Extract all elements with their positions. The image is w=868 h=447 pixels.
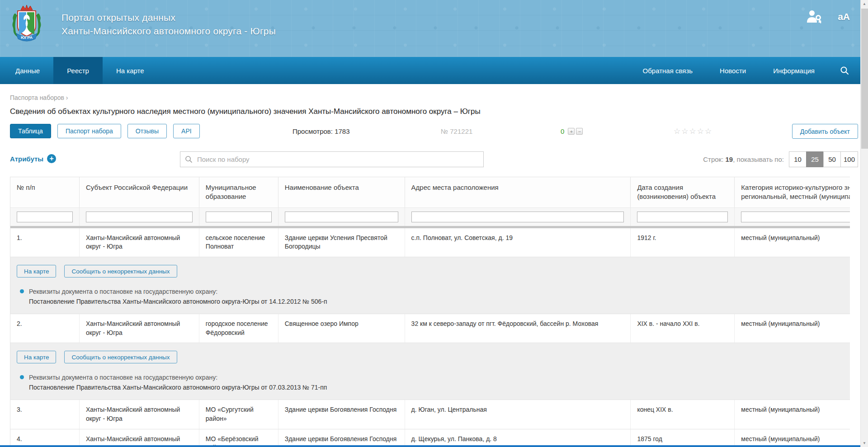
search-input[interactable] xyxy=(196,155,479,164)
tab-passport[interactable]: Паспорт набора xyxy=(57,124,121,138)
cell-date: 1912 г. xyxy=(631,228,735,257)
scroll-up-arrow[interactable]: ▲ xyxy=(861,0,868,8)
site-title: Портал открытых данных Ханты-Мансийского… xyxy=(61,11,276,38)
dataset-search xyxy=(180,151,484,167)
cell-address: д. Юган, ул. Центральная xyxy=(405,400,631,429)
search-icon xyxy=(185,155,193,163)
attributes-control[interactable]: Атрибуты + xyxy=(10,154,56,163)
add-object-button[interactable]: Добавить объект xyxy=(792,124,858,139)
cell-subject: Ханты-Мансийский автономный округ - Югра xyxy=(80,314,199,343)
font-size-control[interactable]: аА xyxy=(838,11,850,22)
column-filter-input[interactable] xyxy=(411,212,624,222)
column-header[interactable]: Наименование объекта xyxy=(278,177,405,207)
bullet-icon xyxy=(20,375,24,379)
cell-num: 2. xyxy=(10,314,80,343)
vote-down-button[interactable]: − xyxy=(576,128,583,135)
page-size-100[interactable]: 100 xyxy=(840,151,858,167)
cell-municipality: городское поселение Фёдоровский xyxy=(199,314,278,343)
cell-address: д. Щекурья, ул. Панкова, д. 8 xyxy=(405,429,631,447)
nav-item-news[interactable]: Новости xyxy=(706,57,760,84)
attributes-label: Атрибуты xyxy=(10,155,43,163)
tab-table[interactable]: Таблица xyxy=(10,124,51,138)
map-button[interactable]: На карте xyxy=(17,265,56,278)
table-toolbar: Атрибуты + Строк: 19, показывать по: 10 … xyxy=(10,151,858,168)
cell-num: 1. xyxy=(10,228,80,257)
cell-category: местный (муниципальный) xyxy=(735,314,850,343)
row-details: На карте Сообщить о некорректных данных … xyxy=(10,343,850,400)
column-filter-input[interactable] xyxy=(637,212,728,222)
nav-item-reestr[interactable]: Реестр xyxy=(53,57,103,84)
report-incorrect-data-button[interactable]: Сообщить о некорректных данных xyxy=(64,265,177,278)
table-row[interactable]: 4. Ханты-Мансийский автономный округ - Ю… xyxy=(10,429,850,447)
scroll-down-arrow[interactable]: ▼ xyxy=(861,439,868,447)
page-size-selector: 10 25 50 100 xyxy=(789,151,858,167)
vote-up-button[interactable]: + xyxy=(568,128,575,135)
nav-item-na-karte[interactable]: На карте xyxy=(103,57,158,84)
add-attribute-icon[interactable]: + xyxy=(47,154,56,163)
tab-reviews[interactable]: Отзывы xyxy=(127,124,167,138)
table-row[interactable]: 3. Ханты-Мансийский автономный округ - Ю… xyxy=(10,400,850,429)
table-filter-row xyxy=(10,208,850,228)
cell-num: 4. xyxy=(10,429,80,447)
vote-count: 0 xyxy=(561,127,564,135)
main-nav: Данные Реестр На карте Обратная связь Но… xyxy=(0,57,868,84)
cell-municipality: сельское поселение Полноват xyxy=(199,228,278,257)
page-title: Сведения об объектах культурного наследи… xyxy=(10,107,868,116)
nav-item-info[interactable]: Информация xyxy=(760,57,828,84)
cell-object-name: Здание церкви Богоявления Господня xyxy=(278,400,405,429)
search-icon xyxy=(840,66,849,75)
cell-subject: Ханты-Мансийский автономный округ - Югра xyxy=(80,228,199,257)
column-header[interactable]: Адрес места расположения xyxy=(405,177,631,207)
cell-date: конец XIX в. xyxy=(631,400,735,429)
breadcrumb[interactable]: Паспорта наборов › xyxy=(10,94,68,101)
tab-api[interactable]: API xyxy=(173,124,200,138)
column-header[interactable]: Категория историко-культурного знач реги… xyxy=(735,177,850,207)
doc-requisites-value: Постановление Правительства Ханты-Мансий… xyxy=(29,297,327,307)
vertical-scrollbar[interactable]: ▲ ▼ xyxy=(860,0,868,447)
login-user-key-icon[interactable] xyxy=(806,10,821,24)
views-counter: Просмотров: 1783 xyxy=(292,127,350,135)
table-row[interactable]: 2. Ханты-Мансийский автономный округ - Ю… xyxy=(10,314,850,343)
page-size-10[interactable]: 10 xyxy=(789,151,807,167)
column-header[interactable]: № п/п xyxy=(10,177,80,207)
table-row[interactable]: 1. Ханты-Мансийский автономный округ - Ю… xyxy=(10,228,850,258)
column-filter-input[interactable] xyxy=(206,212,272,222)
nav-item-dannye[interactable]: Данные xyxy=(2,57,53,84)
column-header[interactable]: Муниципальное образование xyxy=(199,177,278,207)
dataset-actions-row: Таблица Паспорт набора Отзывы API Просмо… xyxy=(10,124,858,139)
site-title-line2: Ханты-Мансийского автономного округа - Ю… xyxy=(61,24,276,38)
data-table-viewport: № п/п Субъект Российской Федерации Муниц… xyxy=(10,177,850,447)
page-size-25[interactable]: 25 xyxy=(806,151,824,167)
cell-address: с.п. Полноват, ул. Советская, д. 19 xyxy=(405,228,631,257)
cell-object-name: Здание церкви Успения Пресвятой Богороди… xyxy=(278,228,405,257)
logo-ribbon-text: ЮГРА xyxy=(21,35,33,40)
column-filter-input[interactable] xyxy=(17,212,73,222)
cell-date: XIX в. - начало XXI в. xyxy=(631,314,735,343)
doc-requisites-value: Постановление Правительства Ханты-Мансий… xyxy=(29,383,327,393)
coat-of-arms-logo[interactable]: ЮГРА xyxy=(11,4,42,42)
cell-subject: Ханты-Мансийский автономный округ - Югра xyxy=(80,400,199,429)
cell-num: 3. xyxy=(10,400,80,429)
column-filter-input[interactable] xyxy=(86,212,193,222)
bottom-blue-bar xyxy=(0,445,860,447)
column-filter-input[interactable] xyxy=(741,212,850,222)
table-header-row: № п/п Субъект Российской Федерации Муниц… xyxy=(10,177,850,208)
rows-count-label: Строк: 19, показывать по: xyxy=(703,155,784,163)
column-header[interactable]: Дата создания (возникновения) объекта xyxy=(631,177,735,207)
cell-subject: Ханты-Мансийский автономный округ - Югра xyxy=(80,429,199,447)
cell-object-name: Здание церкви Богоявления Господня xyxy=(278,429,405,447)
cell-municipality: МО «Берёзовский район» xyxy=(199,429,278,447)
row-details: На карте Сообщить о некорректных данных … xyxy=(10,257,850,314)
nav-item-feedback[interactable]: Обратная связь xyxy=(629,57,707,84)
rating-stars[interactable]: ☆☆☆☆☆ xyxy=(674,127,712,136)
cell-date: 1875 год xyxy=(631,429,735,447)
cell-category: местный (муниципальный) xyxy=(735,429,850,447)
column-header[interactable]: Субъект Российской Федерации xyxy=(80,177,199,207)
cell-object-name: Священное озеро Импор xyxy=(278,314,405,343)
map-button[interactable]: На карте xyxy=(17,351,56,363)
report-incorrect-data-button[interactable]: Сообщить о некорректных данных xyxy=(64,351,177,363)
scrollbar-thumb[interactable] xyxy=(861,9,868,149)
site-title-line1: Портал открытых данных xyxy=(61,11,276,24)
page-size-50[interactable]: 50 xyxy=(823,151,841,167)
column-filter-input[interactable] xyxy=(285,212,398,222)
